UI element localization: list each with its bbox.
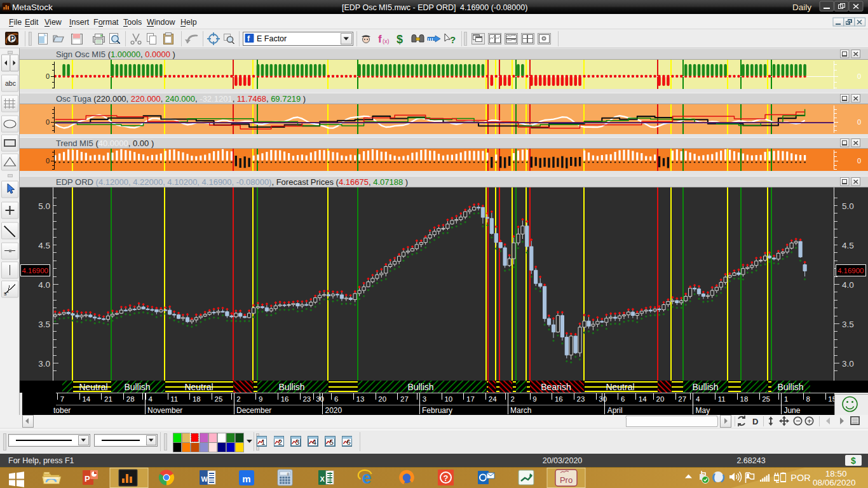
svg-text:4: 4: [696, 395, 700, 403]
svg-text:February: February: [422, 406, 452, 415]
svg-text:25: 25: [762, 395, 770, 403]
svg-text:0: 0: [46, 72, 50, 80]
svg-text:March: March: [510, 406, 531, 415]
svg-text:3.0: 3.0: [842, 359, 854, 369]
svg-text:14: 14: [639, 395, 647, 403]
svg-text:Bullish: Bullish: [692, 382, 718, 392]
svg-text:20: 20: [378, 395, 386, 403]
svg-text:Bullish: Bullish: [777, 382, 803, 392]
svg-text:9: 9: [532, 395, 536, 403]
svg-text:December: December: [236, 406, 271, 415]
svg-text:6: 6: [346, 438, 350, 446]
svg-text:4.0: 4.0: [842, 280, 854, 290]
svg-text:5: 5: [329, 438, 333, 446]
svg-text:E Factor: E Factor: [257, 34, 287, 43]
svg-text:0: 0: [857, 72, 861, 80]
svg-text:Osc Tuga (220.000, 220.000, 24: Osc Tuga (220.000, 220.000, 240.000, -32…: [56, 94, 306, 104]
svg-text:Window: Window: [147, 18, 175, 27]
svg-text:27: 27: [678, 395, 686, 403]
svg-text:18: 18: [740, 395, 749, 403]
svg-text:20/03/2020: 20/03/2020: [543, 456, 583, 465]
svg-text:tober: tober: [53, 406, 71, 415]
svg-text:23: 23: [577, 395, 585, 403]
svg-text:2020: 2020: [325, 406, 342, 415]
svg-text:3: 3: [423, 395, 426, 403]
svg-text:View: View: [44, 18, 62, 27]
svg-text:28: 28: [126, 395, 135, 403]
svg-text:6: 6: [334, 395, 338, 403]
svg-text:Bullish: Bullish: [407, 382, 433, 392]
svg-text:Tools: Tools: [123, 18, 142, 27]
svg-text:4.5: 4.5: [38, 241, 50, 250]
svg-text:4.16900: 4.16900: [22, 267, 48, 274]
svg-text:23: 23: [302, 395, 311, 403]
svg-text:X: X: [320, 475, 325, 483]
svg-text:5.0: 5.0: [38, 201, 50, 211]
svg-text:[EDP Osc MI5.mwc - EDP ORD]: [EDP Osc MI5.mwc - EDP ORD]: [342, 3, 456, 12]
svg-text:3: 3: [295, 438, 299, 446]
svg-text:2.68243: 2.68243: [736, 456, 765, 465]
svg-text:Daily: Daily: [792, 3, 811, 12]
svg-text:1: 1: [261, 438, 265, 446]
svg-text:$: $: [851, 456, 856, 466]
svg-text:Help: Help: [180, 18, 197, 27]
svg-text:30: 30: [599, 395, 607, 403]
svg-text:3.5: 3.5: [38, 320, 50, 329]
svg-text:f: f: [378, 33, 382, 45]
svg-text:24: 24: [489, 395, 497, 403]
svg-text:6: 6: [621, 395, 625, 403]
svg-text:File: File: [9, 18, 22, 27]
svg-text:abc: abc: [5, 79, 16, 87]
svg-text:14: 14: [82, 395, 90, 403]
svg-text:Neutral: Neutral: [606, 382, 634, 392]
svg-text:1: 1: [784, 395, 788, 403]
svg-text:Insert: Insert: [69, 18, 90, 27]
svg-text:4.0: 4.0: [38, 280, 50, 290]
svg-text:Bullish: Bullish: [278, 382, 304, 392]
svg-text:5.0: 5.0: [842, 201, 854, 211]
svg-text:For Help, press F1: For Help, press F1: [8, 456, 74, 465]
svg-text:8: 8: [806, 395, 810, 403]
svg-text:25: 25: [215, 395, 223, 403]
svg-text:s: s: [4, 290, 7, 297]
svg-text:W: W: [201, 475, 208, 483]
svg-text:16: 16: [555, 395, 563, 403]
svg-text:2: 2: [511, 395, 515, 403]
svg-text:November: November: [147, 406, 182, 415]
svg-text:Edit: Edit: [25, 18, 39, 27]
svg-text:3.0: 3.0: [38, 359, 50, 369]
svg-text:0: 0: [857, 118, 861, 126]
svg-text:11: 11: [718, 395, 726, 403]
svg-text:Bearish: Bearish: [541, 382, 571, 392]
svg-text:$: $: [397, 33, 403, 46]
svg-text:2: 2: [236, 395, 240, 403]
svg-text:MetaStock: MetaStock: [12, 3, 53, 12]
svg-text:4.5: 4.5: [842, 241, 854, 250]
svg-text:P: P: [10, 34, 15, 43]
svg-text:16: 16: [281, 395, 289, 403]
svg-text:4: 4: [149, 395, 153, 403]
svg-text:POR: POR: [790, 473, 810, 483]
svg-text:20: 20: [656, 395, 665, 403]
svg-text:0: 0: [46, 157, 50, 165]
svg-text:Trend MI5 (40.0000, 0.00 ): Trend MI5 (40.0000, 0.00 ): [56, 139, 154, 148]
svg-text:0: 0: [857, 157, 861, 165]
svg-text:Pro: Pro: [560, 475, 573, 485]
svg-text:3.5: 3.5: [842, 320, 854, 329]
svg-text:4.16900: 4.16900: [837, 267, 864, 274]
svg-text:Neutral: Neutral: [184, 382, 213, 392]
svg-text:D: D: [752, 417, 758, 426]
svg-text:May: May: [696, 406, 710, 415]
svg-text:April: April: [607, 406, 623, 415]
svg-text:27: 27: [400, 395, 409, 403]
svg-text:18:50: 18:50: [825, 469, 847, 478]
svg-text:13: 13: [356, 395, 365, 403]
svg-text:18: 18: [193, 395, 201, 403]
svg-text:4: 4: [313, 438, 317, 446]
svg-text:08/06/2020: 08/06/2020: [813, 478, 856, 487]
svg-text:7: 7: [60, 395, 64, 403]
svg-text:EDP ORD (4.12000, 4.22000, 4.1: EDP ORD (4.12000, 4.22000, 4.10200, 4.16…: [56, 177, 408, 187]
svg-text:17: 17: [466, 395, 475, 403]
svg-text:Neutral: Neutral: [79, 382, 107, 392]
svg-text:?: ?: [444, 473, 449, 483]
